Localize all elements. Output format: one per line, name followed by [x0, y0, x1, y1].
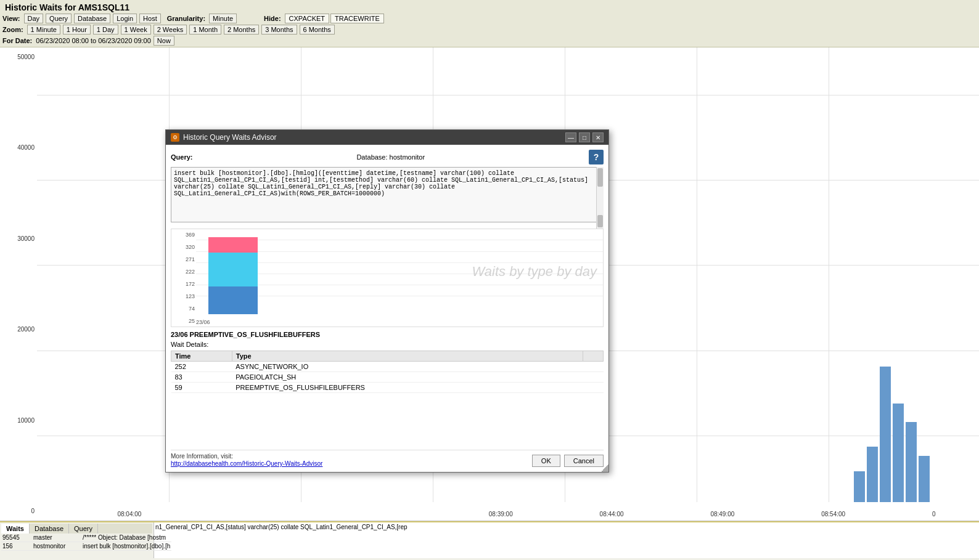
modal-db-label: Database: hostmonitor — [356, 153, 425, 161]
modal-y-271: 271 — [171, 256, 196, 262]
wait-col-time: Time — [171, 351, 232, 362]
bar-blue — [208, 286, 258, 314]
modal-y-172: 172 — [171, 281, 196, 287]
modal-y-123: 123 — [171, 293, 196, 299]
modal-y-320: 320 — [171, 244, 196, 250]
wait-row-2-time: 83 — [171, 372, 232, 383]
table-row: 59 PREEMPTIVE_OS_FLUSHFILEBUFFERS — [171, 383, 604, 393]
wait-row-3-type: PREEMPTIVE_OS_FLUSHFILEBUFFERS — [232, 383, 583, 393]
modal-y-25: 25 — [171, 318, 196, 324]
modal-titlebar: ⚙ Historic Query Waits Advisor — □ ✕ — [166, 130, 608, 145]
modal-y-369: 369 — [171, 232, 196, 238]
modal-title: Historic Query Waits Advisor — [183, 133, 277, 142]
table-row: 252 ASYNC_NETWORK_IO — [171, 362, 604, 372]
modal-header-left: Query: — [171, 153, 192, 161]
modal-header-row: Query: Database: hostmonitor ? — [171, 150, 604, 164]
modal-buttons: OK Cancel — [532, 455, 604, 467]
modal-maximize-btn[interactable]: □ — [579, 132, 590, 142]
modal-close-btn[interactable]: ✕ — [592, 132, 604, 142]
modal-y-222: 222 — [171, 269, 196, 275]
wait-row-3-extra — [583, 383, 603, 393]
wait-col-extra — [583, 351, 603, 362]
wait-row-2-extra — [583, 372, 603, 383]
modal-controls: — □ ✕ — [565, 132, 604, 142]
wait-row-1-time: 252 — [171, 362, 232, 372]
scrollbar-thumb-bottom — [597, 215, 603, 227]
modal-info-text: More Information, visit: — [171, 453, 322, 460]
wait-row-1-extra — [583, 362, 603, 372]
modal-query-label: Query: — [171, 153, 192, 161]
modal-bar-area: Waits by type by day — [196, 229, 603, 314]
query-area-wrapper — [171, 167, 604, 229]
modal-help-btn[interactable]: ? — [589, 150, 604, 164]
modal-dialog: ⚙ Historic Query Waits Advisor — □ ✕ Que… — [165, 129, 609, 473]
modal-overlay: ⚙ Historic Query Waits Advisor — □ ✕ Que… — [0, 0, 979, 560]
query-textarea[interactable] — [171, 167, 604, 222]
bar-cyan — [208, 253, 258, 286]
modal-ok-btn[interactable]: OK — [532, 455, 560, 467]
wait-row-2-type: PAGEIOLATCH_SH — [232, 372, 583, 383]
wait-row-1-type: ASYNC_NETWORK_IO — [232, 362, 583, 372]
modal-wait-details-label: Wait Details: — [171, 341, 604, 348]
modal-y-axis: 369 320 271 222 172 123 74 25 — [171, 229, 196, 327]
modal-minimize-btn[interactable]: — — [565, 132, 576, 142]
chart-watermark: Waits by type by day — [472, 264, 597, 280]
table-row: 83 PAGEIOLATCH_SH — [171, 372, 604, 383]
modal-resize-handle[interactable] — [601, 465, 608, 472]
modal-info-link[interactable]: http://databasehealth.com/Historic-Query… — [171, 460, 322, 467]
modal-footer: More Information, visit: http://database… — [171, 450, 604, 467]
query-scrollbar[interactable] — [596, 167, 604, 229]
wait-col-type: Type — [232, 351, 583, 362]
modal-cancel-btn[interactable]: Cancel — [564, 455, 604, 467]
modal-x-label: 23/06 — [196, 319, 210, 325]
modal-stacked-bar — [208, 237, 258, 314]
modal-body: Query: Database: hostmonitor ? 369 — [166, 145, 608, 472]
modal-titlebar-left: ⚙ Historic Query Waits Advisor — [171, 133, 277, 142]
modal-header-center: Database: hostmonitor — [356, 153, 425, 161]
modal-wait-chart: 369 320 271 222 172 123 74 25 — [171, 229, 604, 327]
wait-details-empty — [171, 398, 604, 447]
wait-row-3-time: 59 — [171, 383, 232, 393]
modal-icon: ⚙ — [171, 133, 179, 142]
wait-details-table: Time Type 252 ASYNC_NETWORK_IO 83 PAGEIO… — [171, 351, 604, 393]
modal-y-74: 74 — [171, 306, 196, 312]
scrollbar-thumb-top — [597, 168, 603, 187]
modal-event-label: 23/06 PREEMPTIVE_OS_FLUSHFILEBUFFERS — [171, 331, 604, 338]
modal-info: More Information, visit: http://database… — [171, 453, 322, 467]
bar-pink — [208, 237, 258, 253]
